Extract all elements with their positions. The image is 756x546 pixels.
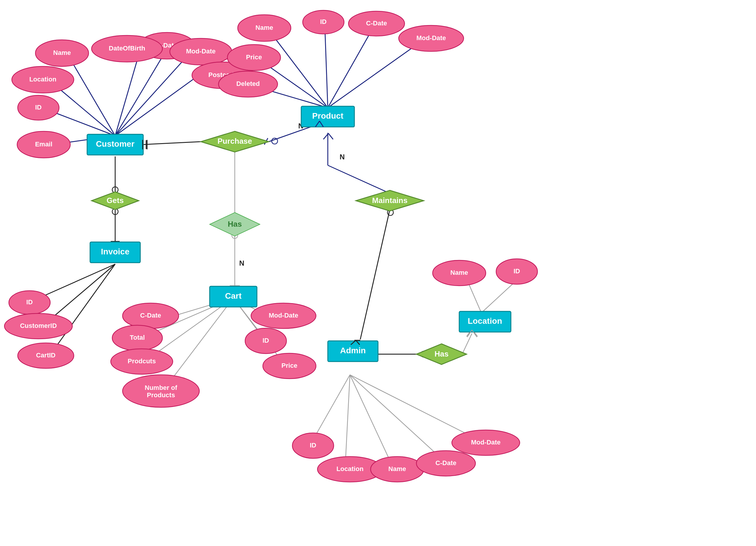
svg-line-0: [115, 52, 165, 136]
svg-text:Email: Email: [35, 141, 53, 148]
svg-text:N: N: [239, 259, 244, 267]
svg-line-9: [325, 27, 328, 108]
svg-line-49: [346, 375, 350, 460]
svg-text:Mod-Date: Mod-Date: [186, 48, 216, 55]
relationship-has-location-label: Has: [434, 349, 449, 358]
svg-text:C-Date: C-Date: [436, 459, 457, 467]
svg-text:ID: ID: [320, 18, 327, 25]
svg-text:Mod-Date: Mod-Date: [471, 439, 501, 446]
svg-line-32: [35, 264, 115, 299]
svg-text:ID: ID: [310, 441, 316, 449]
svg-text:Prodcuts: Prodcuts: [128, 357, 156, 365]
svg-line-4: [69, 58, 115, 136]
svg-text:Deleted: Deleted: [236, 80, 260, 87]
svg-line-34: [52, 264, 115, 353]
svg-line-10: [328, 30, 372, 108]
svg-text:Location: Location: [29, 76, 56, 83]
svg-text:Mod-Date: Mod-Date: [416, 34, 446, 42]
svg-text:N: N: [340, 153, 345, 161]
svg-text:Name: Name: [255, 24, 273, 31]
svg-point-19: [272, 138, 278, 144]
svg-text:C-Date: C-Date: [366, 19, 387, 27]
relationship-gets-label: Gets: [107, 196, 124, 205]
svg-line-98: [328, 133, 333, 139]
svg-text:ID: ID: [514, 268, 520, 275]
svg-line-44: [168, 298, 233, 384]
svg-text:Location: Location: [336, 465, 364, 472]
svg-line-14: [142, 142, 201, 145]
entity-location-label: Location: [468, 316, 502, 325]
svg-line-33: [46, 264, 115, 323]
svg-text:Name: Name: [53, 49, 71, 56]
relationship-has-cart-label: Has: [228, 220, 242, 229]
svg-line-11: [328, 43, 419, 108]
svg-line-3: [115, 74, 201, 136]
svg-text:CustomerID: CustomerID: [20, 322, 57, 329]
svg-text:ID: ID: [263, 337, 269, 344]
svg-text:Total: Total: [130, 334, 145, 341]
svg-text:DateOfBirth: DateOfBirth: [109, 45, 145, 52]
svg-line-48: [313, 375, 350, 440]
svg-text:C-Date: C-Date: [140, 312, 161, 319]
svg-text:Name: Name: [388, 465, 406, 472]
svg-line-1: [115, 55, 139, 136]
svg-text:Number of: Number of: [145, 384, 177, 391]
entity-cart-label: Cart: [225, 291, 242, 300]
svg-line-24: [360, 210, 390, 339]
svg-text:ID: ID: [26, 298, 33, 306]
svg-line-50: [350, 375, 390, 460]
entity-admin-label: Admin: [340, 346, 366, 355]
relationship-purchase-label: Purchase: [217, 137, 252, 146]
entity-invoice-label: Invoice: [101, 247, 129, 256]
svg-line-22: [328, 165, 390, 193]
svg-text:Name: Name: [450, 269, 468, 276]
er-diagram: N N N: [0, 0, 756, 546]
svg-line-2: [115, 59, 185, 136]
svg-line-52: [350, 375, 473, 437]
svg-line-51: [350, 375, 437, 454]
relationship-maintains-label: Maintains: [372, 196, 408, 205]
svg-text:CartID: CartID: [36, 351, 56, 359]
svg-text:Price: Price: [281, 362, 297, 369]
svg-line-8: [272, 34, 328, 108]
svg-text:ID: ID: [35, 104, 42, 111]
svg-text:Price: Price: [246, 53, 262, 61]
entity-customer-label: Customer: [96, 139, 135, 149]
svg-text:Products: Products: [147, 391, 175, 399]
svg-text:Mod-Date: Mod-Date: [269, 312, 298, 319]
entity-product-label: Product: [312, 111, 343, 120]
